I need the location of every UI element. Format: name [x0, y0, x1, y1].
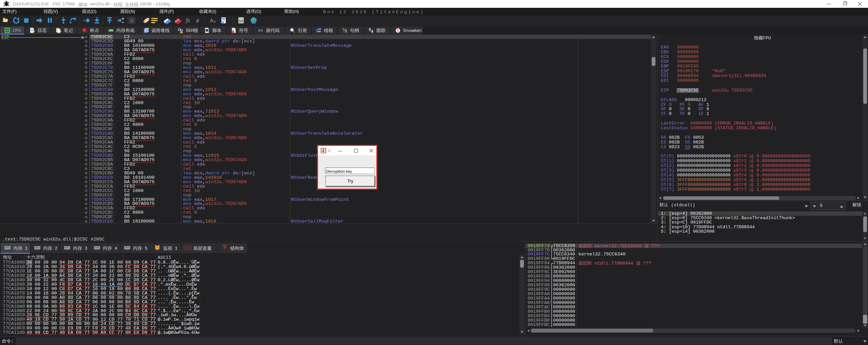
- svg-text:[x=]: [x=]: [185, 246, 191, 250]
- svg-text:<>: <>: [258, 28, 263, 33]
- svg-text:32: 32: [6, 29, 8, 32]
- svg-text:!: !: [181, 32, 182, 33]
- svg-text:z: z: [214, 20, 215, 23]
- svg-text:S: S: [131, 18, 133, 23]
- svg-text:A: A: [210, 18, 214, 23]
- svg-text:#: #: [196, 18, 199, 23]
- svg-text:fx: fx: [186, 17, 190, 23]
